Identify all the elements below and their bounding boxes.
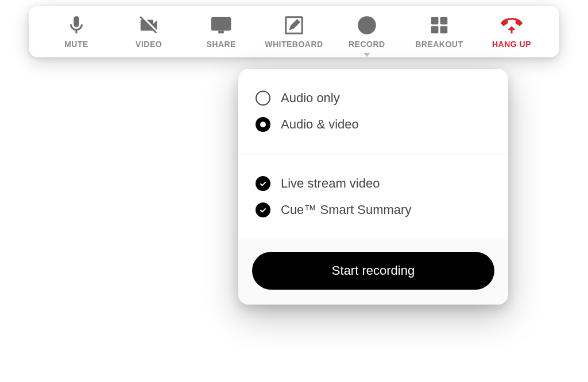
video-label: VIDEO	[136, 40, 162, 49]
mute-button[interactable]: MUTE	[48, 14, 105, 49]
cue-summary-option[interactable]: Cue™ Smart Summary	[256, 197, 491, 223]
edit-square-icon	[283, 14, 305, 36]
start-recording-button[interactable]: Start recording	[252, 252, 494, 290]
svg-rect-5	[431, 26, 439, 34]
audio-only-label: Audio only	[281, 91, 340, 106]
whiteboard-button[interactable]: WHITEBOARD	[265, 14, 323, 49]
svg-point-2	[358, 16, 376, 34]
chevron-down-icon	[363, 53, 370, 57]
hangup-button[interactable]: HANG UP	[483, 14, 540, 49]
cue-summary-label: Cue™ Smart Summary	[281, 202, 411, 217]
video-button[interactable]: VIDEO	[120, 14, 177, 49]
svg-rect-3	[431, 17, 439, 25]
audio-video-option[interactable]: Audio & video	[256, 111, 491, 138]
live-stream-option[interactable]: Live stream video	[256, 170, 491, 197]
record-features-section: Live stream video Cue™ Smart Summary	[238, 154, 508, 239]
radio-unselected-icon	[256, 91, 270, 106]
microphone-icon	[65, 14, 87, 36]
audio-only-option[interactable]: Audio only	[256, 85, 491, 111]
popup-footer: Start recording	[238, 239, 508, 305]
monitor-icon	[210, 14, 232, 36]
svg-rect-0	[218, 31, 224, 34]
mute-label: MUTE	[64, 40, 88, 49]
phone-down-icon	[501, 14, 523, 36]
share-label: SHARE	[206, 40, 236, 49]
record-icon	[356, 14, 378, 36]
hangup-label: HANG UP	[492, 40, 531, 49]
record-button[interactable]: RECORD	[338, 14, 396, 49]
svg-rect-4	[440, 17, 447, 25]
live-stream-label: Live stream video	[281, 176, 380, 191]
record-mode-section: Audio only Audio & video	[238, 69, 508, 154]
video-off-icon	[138, 14, 160, 36]
check-icon	[256, 176, 270, 191]
radio-selected-icon	[256, 117, 270, 132]
breakout-button[interactable]: BREAKOUT	[411, 14, 468, 49]
svg-rect-6	[440, 26, 447, 34]
check-icon	[256, 202, 270, 217]
breakout-label: BREAKOUT	[415, 40, 463, 49]
share-button[interactable]: SHARE	[192, 14, 250, 49]
audio-video-label: Audio & video	[281, 117, 359, 132]
record-label: RECORD	[349, 40, 385, 49]
record-popup: Audio only Audio & video Live stream vid…	[238, 69, 508, 305]
whiteboard-label: WHITEBOARD	[265, 40, 323, 49]
call-toolbar: MUTE VIDEO SHARE WHITEBOARD	[29, 6, 559, 57]
grid-icon	[428, 14, 450, 36]
